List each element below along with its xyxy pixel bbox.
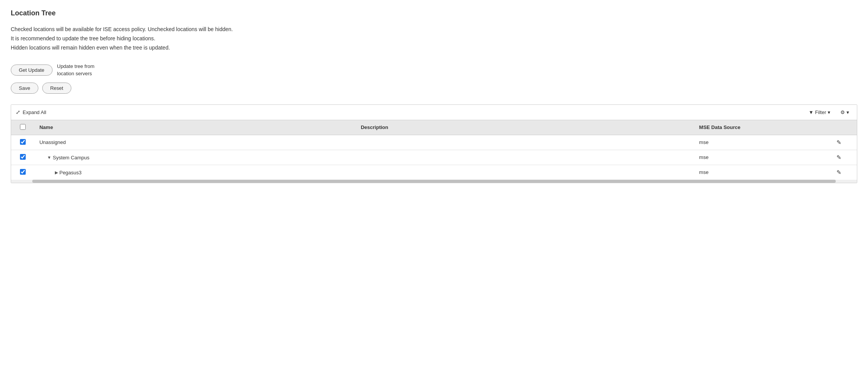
header-action [821, 120, 857, 135]
row-name: Pegasus3 [59, 170, 82, 175]
edit-icon[interactable]: ✎ [837, 154, 842, 161]
save-reset-row: Save Reset [11, 83, 857, 94]
row-checkbox[interactable] [20, 139, 26, 145]
expand-all-label: Expand All [23, 109, 46, 115]
description-block: Checked locations will be available for … [11, 25, 857, 52]
collapse-arrow-icon[interactable]: ▼ [47, 155, 51, 160]
page-title: Location Tree [11, 9, 857, 17]
row-checkbox-cell [11, 150, 35, 165]
row-name-cell: Unassigned [35, 135, 356, 150]
settings-chevron-icon: ▾ [847, 109, 849, 115]
description-line2: It is recommended to update the tree bef… [11, 34, 857, 43]
row-name: System Campus [53, 155, 89, 161]
data-table: Name Description MSE Data Source Unassig… [11, 120, 857, 180]
table-body: Unassignedmse✎▼System Campusmse✎▶Pegasus… [11, 135, 857, 180]
header-name: Name [35, 120, 356, 135]
row-action-cell: ✎ [821, 165, 857, 180]
row-checkbox[interactable] [20, 169, 26, 175]
row-action-cell: ✎ [821, 135, 857, 150]
get-update-label: Update tree from location servers [57, 63, 95, 77]
filter-chevron-icon: ▾ [828, 109, 830, 115]
table-row: Unassignedmse✎ [11, 135, 857, 150]
header-checkbox-cell [11, 120, 35, 135]
button-group: Get Update Update tree from location ser… [11, 63, 857, 93]
row-checkbox-cell [11, 135, 35, 150]
expand-arrow-icon[interactable]: ▶ [55, 170, 58, 175]
row-mse-cell: mse [695, 135, 822, 150]
reset-button[interactable]: Reset [42, 83, 71, 94]
row-mse-cell: mse [695, 150, 822, 165]
filter-button[interactable]: ▼ Filter ▾ [805, 108, 833, 117]
table-header: Name Description MSE Data Source [11, 120, 857, 135]
row-checkbox[interactable] [20, 154, 26, 160]
header-checkbox[interactable] [20, 124, 26, 130]
table-row: ▼System Campusmse✎ [11, 150, 857, 165]
get-update-label-line2: location servers [57, 70, 95, 77]
row-action-cell: ✎ [821, 150, 857, 165]
row-name-cell: ▼System Campus [35, 150, 356, 165]
row-name: Unassigned [40, 139, 66, 145]
header-description: Description [356, 120, 695, 135]
row-mse-cell: mse [695, 165, 822, 180]
gear-icon: ⚙ [840, 109, 845, 115]
description-line3: Hidden locations will remain hidden even… [11, 43, 857, 53]
header-row: Name Description MSE Data Source [11, 120, 857, 135]
get-update-row: Get Update Update tree from location ser… [11, 63, 857, 77]
filter-label: Filter [815, 109, 826, 115]
expand-all-button[interactable]: ⤢ Expand All [16, 109, 46, 115]
row-description-cell [356, 135, 695, 150]
save-button[interactable]: Save [11, 83, 38, 94]
edit-icon[interactable]: ✎ [837, 139, 842, 146]
horizontal-scrollbar[interactable] [11, 180, 857, 183]
location-tree-table: ⤢ Expand All ▼ Filter ▾ ⚙ ▾ Name Descrip… [11, 104, 857, 183]
toolbar-right: ▼ Filter ▾ ⚙ ▾ [805, 108, 852, 117]
row-checkbox-cell [11, 165, 35, 180]
table-toolbar: ⤢ Expand All ▼ Filter ▾ ⚙ ▾ [11, 105, 857, 120]
scrollbar-thumb [32, 180, 836, 183]
expand-all-icon: ⤢ [16, 109, 20, 115]
header-mse: MSE Data Source [695, 120, 822, 135]
row-description-cell [356, 150, 695, 165]
settings-button[interactable]: ⚙ ▾ [837, 108, 852, 117]
row-description-cell [356, 165, 695, 180]
get-update-label-line1: Update tree from [57, 63, 95, 70]
table-row: ▶Pegasus3mse✎ [11, 165, 857, 180]
description-line1: Checked locations will be available for … [11, 25, 857, 34]
edit-icon[interactable]: ✎ [837, 169, 842, 175]
filter-icon: ▼ [809, 109, 814, 115]
get-update-button[interactable]: Get Update [11, 65, 53, 76]
row-name-cell: ▶Pegasus3 [35, 165, 356, 180]
